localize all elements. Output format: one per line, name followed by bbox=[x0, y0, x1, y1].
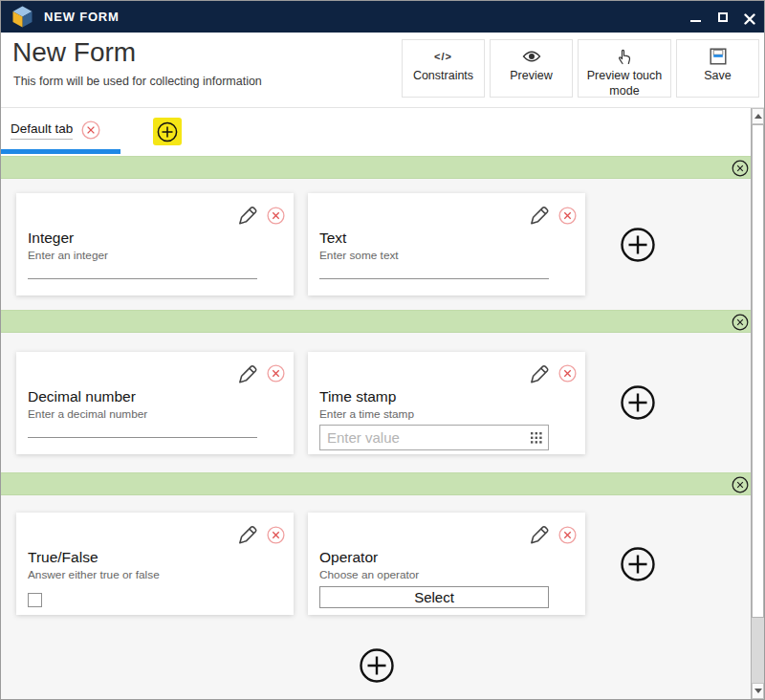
truefalse-checkbox[interactable] bbox=[28, 593, 42, 607]
delete-field-icon[interactable] bbox=[267, 207, 285, 225]
add-tab-button[interactable] bbox=[153, 118, 182, 145]
edit-field-icon[interactable] bbox=[237, 524, 258, 545]
field-card-decimal: Decimal number Enter a decimal number bbox=[16, 352, 294, 454]
code-icon: </> bbox=[434, 51, 452, 62]
field-description: Enter a time stamp bbox=[319, 407, 574, 421]
preview-touch-mode-label: Preview touch mode bbox=[584, 68, 665, 99]
minimize-button[interactable] bbox=[690, 11, 702, 23]
field-description: Answer either true or false bbox=[28, 568, 282, 581]
window-controls bbox=[690, 11, 755, 23]
minimize-icon bbox=[690, 20, 701, 22]
scroll-down-icon bbox=[754, 689, 762, 693]
text-input[interactable] bbox=[319, 278, 549, 279]
toolbar: </> Constraints Preview Preview touch mo… bbox=[402, 39, 759, 98]
field-name: True/False bbox=[28, 549, 282, 566]
edit-field-icon[interactable] bbox=[529, 363, 550, 384]
row-3: True/False Answer either true or false O… bbox=[1, 495, 752, 632]
timestamp-input[interactable] bbox=[319, 425, 549, 450]
titlebar: NEW FORM bbox=[0, 1, 765, 33]
field-card-text: Text Enter some text bbox=[308, 193, 585, 295]
delete-field-icon[interactable] bbox=[267, 526, 285, 544]
maximize-button[interactable] bbox=[717, 11, 729, 23]
row-2-add-field-button[interactable] bbox=[620, 384, 656, 421]
decimal-input[interactable] bbox=[28, 437, 257, 438]
scrollbar-thumb[interactable] bbox=[752, 124, 764, 618]
scroll-up-icon bbox=[754, 114, 762, 119]
app-logo-icon bbox=[12, 6, 33, 28]
touch-hand-icon bbox=[617, 48, 632, 65]
field-card-timestamp: Time stamp Enter a time stamp bbox=[308, 352, 585, 454]
tab-default-label: Default tab bbox=[11, 121, 73, 140]
form-canvas: Integer Enter an integer Text Enter some… bbox=[1, 156, 752, 699]
row-2: Decimal number Enter a decimal number Ti… bbox=[1, 333, 752, 472]
edit-field-icon[interactable] bbox=[529, 524, 550, 545]
field-name: Time stamp bbox=[319, 388, 574, 405]
tab-default[interactable]: Default tab bbox=[11, 120, 100, 140]
page-subtitle: This form will be used for collecting in… bbox=[13, 75, 262, 88]
field-description: Enter a decimal number bbox=[28, 407, 282, 421]
row-3-header bbox=[1, 472, 752, 495]
save-floppy-icon bbox=[710, 48, 727, 65]
constraints-button[interactable]: </> Constraints bbox=[402, 39, 485, 98]
tab-close-icon[interactable] bbox=[81, 120, 100, 140]
form-header: New Form This form will be used for coll… bbox=[1, 33, 764, 108]
field-name: Text bbox=[319, 230, 574, 247]
operator-select-button[interactable]: Select bbox=[319, 586, 549, 608]
preview-touch-mode-button[interactable]: Preview touch mode bbox=[578, 39, 671, 98]
app-title: NEW FORM bbox=[44, 10, 120, 24]
row-1: Integer Enter an integer Text Enter some… bbox=[1, 179, 752, 310]
preview-button[interactable]: Preview bbox=[490, 39, 573, 98]
row-1-add-field-button[interactable] bbox=[620, 227, 656, 263]
delete-field-icon[interactable] bbox=[558, 207, 577, 225]
field-name: Integer bbox=[28, 230, 282, 247]
edit-field-icon[interactable] bbox=[529, 205, 550, 226]
close-button[interactable] bbox=[744, 11, 755, 23]
field-card-operator: Operator Choose an operator Select bbox=[308, 513, 585, 615]
delete-field-icon[interactable] bbox=[558, 526, 577, 544]
delete-field-icon[interactable] bbox=[267, 364, 285, 383]
edit-field-icon[interactable] bbox=[237, 363, 258, 384]
save-label: Save bbox=[704, 68, 732, 83]
field-description: Enter some text bbox=[319, 249, 574, 262]
field-description: Choose an operator bbox=[319, 568, 574, 581]
bottom-area bbox=[1, 632, 752, 699]
row-1-header bbox=[1, 156, 752, 179]
save-button[interactable]: Save bbox=[676, 39, 759, 98]
constraints-label: Constraints bbox=[413, 68, 473, 83]
edit-field-icon[interactable] bbox=[237, 205, 258, 226]
page-title: New Form bbox=[12, 37, 136, 68]
row-2-remove-icon[interactable] bbox=[732, 314, 749, 331]
add-tab-plus-icon bbox=[157, 121, 178, 142]
field-card-truefalse: True/False Answer either true or false bbox=[16, 513, 294, 615]
row-3-add-field-button[interactable] bbox=[620, 546, 656, 582]
delete-field-icon[interactable] bbox=[558, 364, 577, 383]
row-3-remove-icon[interactable] bbox=[732, 476, 749, 493]
tab-bar: Default tab bbox=[1, 108, 752, 156]
field-name: Operator bbox=[319, 549, 574, 566]
field-name: Decimal number bbox=[28, 388, 282, 405]
vertical-scrollbar[interactable] bbox=[751, 108, 764, 699]
maximize-icon bbox=[718, 12, 728, 22]
close-icon bbox=[744, 13, 755, 25]
scroll-up-button[interactable] bbox=[752, 108, 764, 124]
scroll-down-button[interactable] bbox=[752, 683, 764, 699]
field-card-integer: Integer Enter an integer bbox=[16, 193, 294, 295]
active-tab-indicator bbox=[1, 149, 120, 154]
row-2-header bbox=[1, 310, 752, 333]
field-description: Enter an integer bbox=[28, 249, 282, 262]
eye-icon bbox=[522, 50, 541, 63]
row-1-remove-icon[interactable] bbox=[732, 160, 749, 177]
integer-input[interactable] bbox=[28, 278, 257, 279]
preview-label: Preview bbox=[510, 68, 552, 83]
keypad-icon[interactable] bbox=[531, 432, 542, 444]
add-row-button[interactable] bbox=[359, 647, 395, 684]
app-window: NEW FORM New Form This form will be used… bbox=[0, 0, 765, 700]
